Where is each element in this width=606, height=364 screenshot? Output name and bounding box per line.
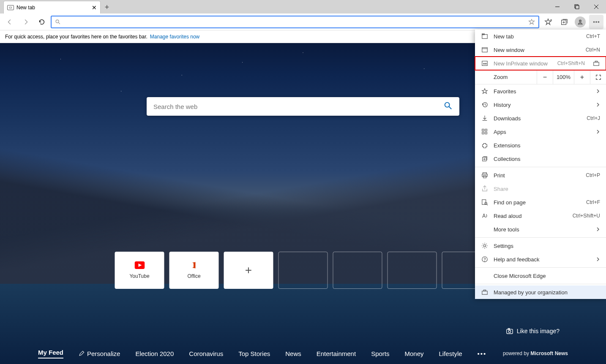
star-icon	[481, 88, 489, 95]
settings-more-button[interactable]	[589, 15, 603, 29]
feed-tab-entertainment[interactable]: Entertainment	[317, 350, 356, 357]
menu-share: Share	[475, 182, 606, 196]
menu-apps[interactable]: Apps	[475, 125, 606, 139]
menu-more-tools[interactable]: More tools	[475, 223, 606, 236]
menu-new-window[interactable]: New window Ctrl+N	[475, 43, 606, 57]
minimize-button[interactable]	[548, 0, 567, 14]
fullscreen-button[interactable]	[590, 70, 606, 84]
inprivate-icon	[481, 60, 489, 67]
collections-icon	[481, 155, 489, 162]
menu-history[interactable]: History	[475, 98, 606, 111]
svg-rect-36	[482, 132, 484, 134]
svg-rect-21	[507, 329, 513, 334]
new-tab-button[interactable]: +	[101, 1, 113, 14]
svg-rect-24	[482, 35, 487, 39]
feed-tab-label: Personalize	[87, 350, 120, 357]
menu-shortcut: Ctrl+Shift+N	[557, 60, 585, 66]
menu-find[interactable]: Find on page Ctrl+F	[475, 196, 606, 209]
feed-tab-money[interactable]: Money	[405, 350, 424, 357]
toolbar	[0, 14, 606, 30]
close-window-button[interactable]	[587, 0, 606, 14]
favorites-hint-text: For quick access, place your favorites h…	[5, 34, 147, 40]
collections-button[interactable]	[557, 15, 571, 29]
svg-rect-53	[483, 290, 486, 291]
menu-label: Extensions	[494, 142, 600, 149]
tile-youtube[interactable]: YouTube	[115, 252, 164, 289]
chevron-right-icon	[596, 88, 600, 95]
menu-label: Share	[494, 186, 600, 192]
feed-tab-myfeed[interactable]: My Feed	[38, 349, 63, 359]
apps-icon	[481, 128, 489, 135]
menu-print[interactable]: Print Ctrl+P	[475, 168, 606, 182]
gear-icon	[481, 242, 489, 249]
browser-tab[interactable]: ▭ New tab ✕	[3, 1, 101, 14]
address-bar[interactable]	[51, 16, 539, 28]
svg-point-51	[485, 261, 485, 261]
tile-empty[interactable]	[333, 252, 382, 289]
feed-tab-personalize[interactable]: Personalize	[79, 350, 120, 357]
menu-close-edge[interactable]: Close Microsoft Edge	[475, 269, 606, 283]
menu-help[interactable]: Help and feedback	[475, 253, 606, 266]
favorites-button[interactable]	[541, 15, 555, 29]
camera-icon	[506, 328, 513, 334]
svg-point-5	[56, 20, 59, 23]
manage-favorites-link[interactable]: Manage favorites now	[150, 34, 199, 40]
menu-shortcut: Ctrl+T	[586, 33, 600, 39]
help-icon	[481, 256, 489, 263]
feed-tab-topstories[interactable]: Top Stories	[238, 350, 270, 357]
svg-point-14	[579, 20, 581, 22]
menu-extensions[interactable]: Extensions	[475, 139, 606, 152]
menu-managed-by-org[interactable]: Managed by your organization	[475, 285, 606, 299]
tile-empty[interactable]	[278, 252, 328, 289]
menu-new-inprivate[interactable]: New InPrivate window Ctrl+Shift+N	[475, 57, 606, 70]
zoom-value: 100%	[553, 70, 574, 84]
menu-label: More tools	[494, 226, 591, 233]
menu-read-aloud[interactable]: Read aloud Ctrl+Shift+U	[475, 209, 606, 223]
window-controls	[548, 0, 606, 14]
settings-menu: New tab Ctrl+T New window Ctrl+N New InP…	[475, 30, 606, 299]
feed-tab-coronavirus[interactable]: Coronavirus	[189, 350, 223, 357]
svg-line-19	[449, 107, 452, 109]
menu-label: Downloads	[494, 115, 581, 122]
search-icon[interactable]	[443, 101, 453, 112]
favorite-star-icon[interactable]	[528, 19, 535, 25]
svg-rect-46	[482, 200, 486, 205]
refresh-button[interactable]	[35, 15, 49, 29]
svg-rect-44	[482, 174, 487, 176]
print-icon	[481, 172, 489, 179]
profile-button[interactable]	[573, 15, 587, 29]
address-input[interactable]	[63, 19, 526, 25]
maximize-button[interactable]	[567, 0, 587, 14]
tile-empty[interactable]	[388, 252, 437, 289]
feed-tab-lifestyle[interactable]: Lifestyle	[439, 350, 462, 357]
feed-tab-sports[interactable]: Sports	[371, 350, 389, 357]
feed-more-button[interactable]: •••	[478, 350, 487, 357]
menu-new-tab[interactable]: New tab Ctrl+T	[475, 30, 606, 43]
close-tab-icon[interactable]: ✕	[92, 4, 97, 11]
tab-title: New tab	[16, 5, 89, 11]
menu-shortcut: Ctrl+J	[587, 115, 600, 121]
zoom-out-button[interactable]: −	[537, 70, 553, 84]
menu-label: Print	[494, 172, 581, 179]
menu-settings[interactable]: Settings	[475, 239, 606, 253]
like-image-prompt[interactable]: Like this image?	[506, 328, 560, 334]
menu-downloads[interactable]: Downloads Ctrl+J	[475, 111, 606, 125]
menu-favorites[interactable]: Favorites	[475, 84, 606, 98]
back-button[interactable]	[3, 15, 17, 29]
web-search-box[interactable]	[147, 97, 459, 116]
menu-label: Apps	[494, 129, 591, 135]
like-image-text: Like this image?	[517, 328, 560, 334]
svg-line-48	[486, 204, 488, 205]
tile-office[interactable]: Office	[169, 252, 219, 289]
svg-rect-35	[485, 129, 487, 131]
feed-tab-election[interactable]: Election 2020	[135, 350, 174, 357]
forward-button[interactable]	[19, 15, 33, 29]
menu-label: Settings	[494, 243, 600, 249]
web-search-input[interactable]	[153, 103, 443, 110]
history-icon	[481, 101, 489, 108]
menu-collections[interactable]: Collections	[475, 152, 606, 166]
menu-label: Close Microsoft Edge	[494, 273, 600, 279]
tile-add[interactable]: +	[224, 252, 273, 289]
feed-tab-news[interactable]: News	[285, 350, 301, 357]
zoom-in-button[interactable]: +	[574, 70, 590, 84]
